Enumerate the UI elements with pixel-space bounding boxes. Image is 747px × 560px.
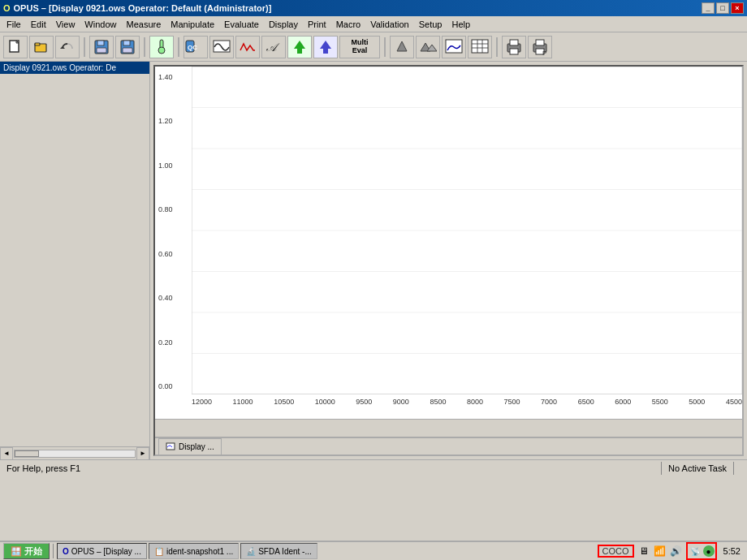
x-label-12000: 12000 bbox=[192, 398, 212, 419]
window-controls[interactable]: _ □ × bbox=[702, 2, 744, 14]
svg-text:QC: QC bbox=[188, 44, 197, 51]
main-content: Display 0921.ows Operator: De ◄ ► 1.40 1… bbox=[0, 62, 747, 459]
title-text-area: O OPUS – [Display 0921.ows Operator: Def… bbox=[3, 3, 271, 13]
menu-print[interactable]: Print bbox=[303, 18, 331, 31]
svg-text:𝒜: 𝒜 bbox=[266, 41, 280, 54]
status-task: No Active Task bbox=[668, 463, 727, 473]
toolbar: QC 𝒜 Multi Eval bbox=[0, 32, 747, 62]
mountains1-button[interactable] bbox=[390, 36, 414, 58]
x-label-6500: 6500 bbox=[578, 398, 594, 419]
print-button[interactable] bbox=[502, 36, 526, 58]
sidebar-scroll-left[interactable]: ◄ bbox=[0, 447, 13, 460]
sidebar-scroll-right[interactable]: ► bbox=[136, 447, 149, 460]
undo-button[interactable] bbox=[55, 36, 80, 58]
taskbar-opus-label: OPUS – [Display ... bbox=[71, 547, 141, 556]
tray-wifi-icon[interactable]: 📶 bbox=[654, 545, 667, 558]
x-label-6000: 6000 bbox=[615, 398, 631, 419]
chart-wrapper: 1.40 1.20 1.00 0.80 0.60 0.40 0.20 0.00 bbox=[155, 67, 742, 419]
svg-rect-25 bbox=[472, 40, 488, 53]
qc-button[interactable]: QC bbox=[184, 36, 208, 58]
menu-evaluate[interactable]: Evaluate bbox=[219, 18, 264, 31]
saveas-button[interactable] bbox=[115, 36, 140, 58]
tray-icon-2[interactable]: ● bbox=[703, 545, 715, 557]
x-label-10500: 10500 bbox=[274, 398, 294, 419]
taskbar-ident[interactable]: 📋 ident-snapshot1 ... bbox=[149, 543, 239, 559]
title-bar: O OPUS – [Display 0921.ows Operator: Def… bbox=[0, 0, 747, 16]
taskbar-opus[interactable]: O OPUS – [Display ... bbox=[57, 543, 147, 559]
taskbar-sfda[interactable]: 🔬 SFDA Ident -... bbox=[240, 543, 317, 559]
menu-file[interactable]: File bbox=[2, 18, 26, 31]
chart-tab-label: Display ... bbox=[179, 442, 214, 451]
sidebar-scrollbar: ◄ ► bbox=[0, 446, 149, 459]
chart-plot-area: 12000 11000 10500 10000 9500 9000 8500 8… bbox=[192, 67, 742, 419]
menu-display[interactable]: Display bbox=[264, 18, 303, 31]
save-button[interactable] bbox=[89, 36, 114, 58]
svg-rect-6 bbox=[97, 41, 104, 45]
menu-bar: File Edit View Window Measure Manipulate… bbox=[0, 16, 747, 32]
tray-network-icon[interactable]: 🖥 bbox=[637, 545, 650, 558]
multieval-label: Multi Eval bbox=[352, 39, 369, 55]
chart-outer: 1.40 1.20 1.00 0.80 0.60 0.40 0.20 0.00 bbox=[153, 65, 744, 456]
tray-highlight-area: 📡 ● bbox=[686, 542, 717, 560]
table-button[interactable] bbox=[468, 36, 492, 58]
taskbar-ident-label: ident-snapshot1 ... bbox=[166, 547, 233, 556]
arrowup2-button[interactable] bbox=[313, 36, 338, 58]
x-label-11000: 11000 bbox=[233, 398, 253, 419]
menu-edit[interactable]: Edit bbox=[26, 18, 51, 31]
x-label-10000: 10000 bbox=[315, 398, 335, 419]
start-button[interactable]: 🪟 开始 bbox=[3, 543, 50, 559]
x-label-5000: 5000 bbox=[689, 398, 705, 419]
minimize-button[interactable]: _ bbox=[702, 2, 715, 14]
menu-help[interactable]: Help bbox=[447, 18, 475, 31]
svg-point-12 bbox=[158, 47, 165, 54]
coco-label: COCO bbox=[598, 545, 634, 558]
x-label-9500: 9500 bbox=[356, 398, 372, 419]
menu-view[interactable]: View bbox=[51, 18, 80, 31]
start-icon: 🪟 bbox=[11, 546, 22, 557]
chart-tab-display[interactable]: Display ... bbox=[158, 438, 222, 454]
close-button[interactable]: × bbox=[731, 2, 744, 14]
y-axis: 1.40 1.20 1.00 0.80 0.60 0.40 0.20 0.00 bbox=[155, 67, 192, 419]
taskbar-ident-icon: 📋 bbox=[154, 547, 164, 556]
arrowup1-button[interactable] bbox=[287, 36, 312, 58]
peaks-button[interactable] bbox=[235, 36, 260, 58]
tray-volume-icon[interactable]: 🔊 bbox=[670, 545, 683, 558]
taskbar: 🪟 开始 O OPUS – [Display ... 📋 ident-snaps… bbox=[0, 541, 747, 560]
y-label-140: 1.40 bbox=[158, 73, 188, 81]
svg-rect-3 bbox=[35, 43, 40, 45]
toolbar-sep-2 bbox=[144, 37, 145, 57]
sidebar-title: Display 0921.ows Operator: De bbox=[3, 63, 116, 72]
svg-marker-19 bbox=[320, 41, 331, 49]
svg-rect-31 bbox=[510, 40, 518, 45]
multieval-button[interactable]: Multi Eval bbox=[339, 36, 380, 58]
measure-button[interactable] bbox=[149, 36, 174, 58]
status-bar: For Help, press F1 No Active Task bbox=[0, 459, 747, 476]
taskbar-right: COCO 🖥 📶 🔊 📡 ● 5:52 bbox=[598, 542, 744, 560]
tray-icon-1[interactable]: 📡 bbox=[689, 545, 702, 558]
mountains2-button[interactable] bbox=[416, 36, 440, 58]
baseline-button[interactable]: 𝒜 bbox=[261, 36, 286, 58]
menu-macro[interactable]: Macro bbox=[331, 18, 366, 31]
spectrum-button[interactable] bbox=[209, 36, 234, 58]
status-divider bbox=[661, 462, 662, 475]
taskbar-sfda-label: SFDA Ident -... bbox=[258, 547, 312, 556]
menu-setup[interactable]: Setup bbox=[414, 18, 447, 31]
sidebar-scroll-track[interactable] bbox=[14, 450, 136, 458]
maximize-button[interactable]: □ bbox=[716, 2, 729, 14]
open-button[interactable] bbox=[29, 36, 54, 58]
sidebar-content[interactable] bbox=[0, 74, 149, 446]
x-label-4500: 4500 bbox=[726, 398, 742, 419]
menu-window[interactable]: Window bbox=[80, 18, 121, 31]
status-right: No Active Task bbox=[654, 462, 741, 475]
svg-rect-20 bbox=[323, 49, 328, 54]
new-button[interactable] bbox=[3, 36, 28, 58]
menu-manipulate[interactable]: Manipulate bbox=[166, 18, 219, 31]
menu-validation[interactable]: Validation bbox=[365, 18, 414, 31]
toolbar-sep-4 bbox=[384, 37, 386, 57]
svg-rect-9 bbox=[123, 41, 130, 45]
print-preview-button[interactable]: P bbox=[528, 36, 552, 58]
taskbar-sep-start bbox=[53, 544, 54, 558]
svg-marker-21 bbox=[397, 41, 407, 51]
chart-button[interactable] bbox=[442, 36, 466, 58]
menu-measure[interactable]: Measure bbox=[121, 18, 166, 31]
